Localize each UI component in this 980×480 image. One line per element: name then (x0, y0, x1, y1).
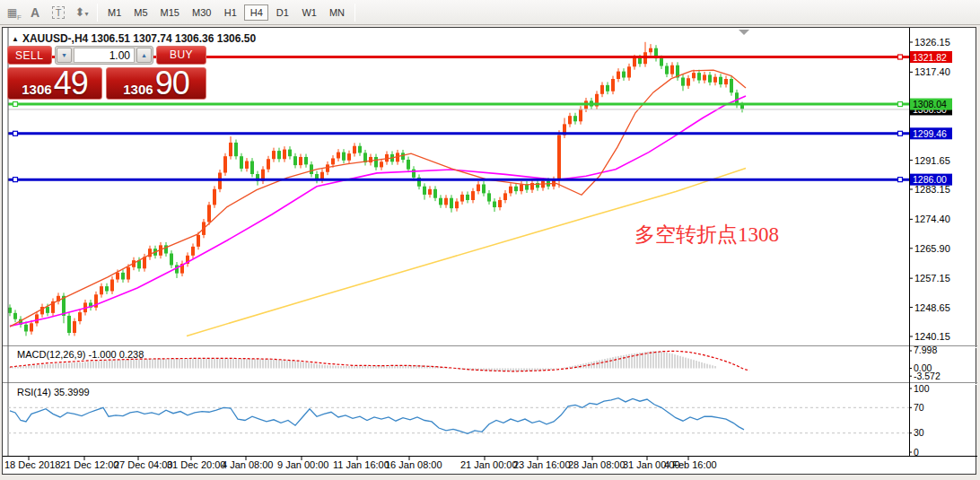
timeframe-button-W1[interactable]: W1 (296, 4, 322, 21)
chart-collapse-arrow-icon[interactable]: ▲ (12, 35, 19, 43)
macd-scale-label: -3.572 (914, 371, 941, 381)
price-tick-label: 1274.40 (914, 214, 950, 224)
price-tick-label: 1283.15 (914, 184, 950, 195)
price-badge-label: 1308.04 (913, 99, 947, 109)
price-tick-label: 1291.65 (914, 155, 950, 166)
chart-shift-marker-icon (739, 30, 749, 35)
time-axis-label: 16 Jan 08:00 (385, 459, 442, 470)
sell-price-main: 1306 (22, 82, 51, 97)
top-toolbar: ▦F A T ⬍▾ M1M5M15M30H1H4D1W1MN (0, 0, 980, 25)
chart-symbol-header: ▲XAUUSD-,H4 1306.51 1307.74 1306.36 1306… (12, 32, 256, 45)
hline-marker (898, 102, 903, 107)
timeframe-button-M5[interactable]: M5 (128, 4, 153, 21)
time-axis-label: 21 Dec 12:00 (60, 459, 118, 470)
sell-price-display[interactable]: 1306 49 (7, 67, 102, 100)
time-axis-label: 4 Feb 16:00 (664, 459, 717, 470)
hline-marker (898, 178, 903, 182)
rsi-indicator-label: RSI(14) 35.3999 (17, 387, 90, 397)
timeframe-button-M1[interactable]: M1 (102, 4, 127, 21)
timeframe-button-H4[interactable]: H4 (244, 4, 268, 21)
text-label-icon[interactable]: A (23, 5, 47, 20)
price-badge-label: 1321.82 (913, 52, 947, 63)
time-axis-label: 9 Jan 00:00 (277, 459, 329, 470)
price-tick-label: 1248.65 (914, 302, 950, 313)
time-axis-label: 27 Dec 04:00 (114, 459, 172, 470)
chart-annotation-text[interactable]: 多空转折点1308 (634, 221, 779, 249)
one-click-trading-panel: SELL ▼ 1.00 ▲ BUY 1306 49 1306 90 (7, 44, 206, 100)
sell-button[interactable]: SELL (7, 46, 52, 65)
ma-mid-magenta-line (10, 96, 746, 326)
rsi-line (10, 398, 744, 434)
symbol-ohlc-text: XAUUSD-,H4 1306.51 1307.74 1306.36 1306.… (22, 32, 256, 45)
timeframe-button-H1[interactable]: H1 (218, 4, 242, 21)
hline-marker (898, 131, 903, 135)
timeframe-button-M15[interactable]: M15 (155, 4, 185, 21)
rsi-scale-label: 0 (914, 447, 919, 458)
sell-price-pips: 49 (54, 68, 88, 99)
hline-marker (13, 178, 18, 182)
text-tool-icon[interactable]: T (47, 5, 70, 19)
toolbar-separator (354, 4, 355, 22)
chart-window: 1326.151317.401291.651283.151274.401265.… (2, 27, 976, 475)
rsi-scale-label: 30 (914, 427, 924, 438)
lot-decrease-button[interactable]: ▼ (57, 48, 72, 63)
lot-size-input[interactable]: 1.00 (74, 48, 135, 63)
timeframe-button-D1[interactable]: D1 (270, 4, 294, 21)
hline-marker (13, 131, 18, 135)
price-tick-label: 1240.15 (914, 331, 950, 342)
timeframe-button-M30[interactable]: M30 (187, 4, 216, 21)
price-tick-label: 1326.15 (914, 37, 950, 48)
buy-price-main: 1306 (123, 82, 153, 97)
price-tick-label: 1257.15 (914, 273, 950, 284)
timeframe-button-MN[interactable]: MN (324, 4, 350, 21)
hline-marker (13, 102, 18, 107)
price-tick-label: 1265.90 (914, 243, 950, 254)
time-axis-label: 18 Dec 2018 (4, 459, 60, 470)
crosshair-grid-f-icon[interactable]: ▦F (0, 6, 23, 19)
ma-fast-red-line (10, 70, 746, 327)
rsi-scale-label: 100 (914, 383, 930, 394)
macd-scale-label: 7.998 (914, 345, 937, 355)
ma-slow-yellow-line (187, 169, 746, 336)
hline-marker (898, 55, 903, 59)
arrow-objects-icon[interactable]: ⬍▾ (70, 5, 93, 19)
rsi-scale-label: 70 (914, 402, 924, 413)
macd-indicator-label: MACD(12,26,9) -1.000 0.238 (17, 349, 144, 360)
buy-price-display[interactable]: 1306 90 (106, 67, 206, 100)
price-badge-label: 1286.00 (913, 174, 947, 185)
price-tick-label: 1317.40 (914, 66, 950, 77)
toolbar-separator (97, 4, 98, 22)
time-axis-label: 31 Dec 20:00 (167, 459, 225, 470)
time-axis-label: 21 Jan 00:00 (460, 459, 518, 470)
time-axis-label: 23 Jan 16:00 (513, 459, 571, 470)
lot-increase-button[interactable]: ▲ (136, 48, 152, 63)
time-axis-label: 11 Jan 16:00 (333, 459, 389, 470)
time-axis-label: 28 Jan 08:00 (568, 459, 626, 470)
price-badge-label: 1299.46 (913, 128, 947, 139)
buy-button[interactable]: BUY (156, 46, 206, 65)
lot-size-control: ▼ 1.00 ▲ (55, 46, 153, 65)
time-axis-label: 4 Jan 08:00 (222, 459, 274, 470)
buy-price-pips: 90 (155, 68, 189, 99)
timeframe-button-group: M1M5M15M30H1H4D1W1MN (101, 4, 351, 21)
